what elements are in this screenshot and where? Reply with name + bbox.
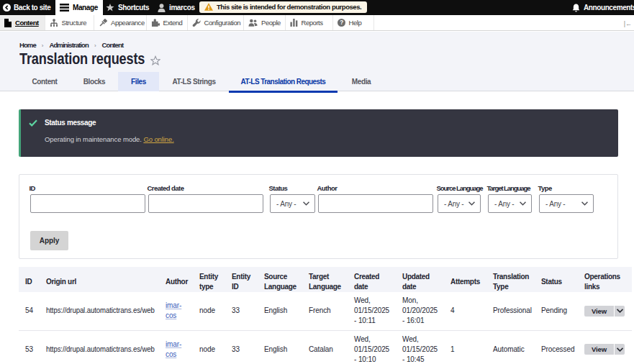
svg-text:?: ? (340, 19, 343, 26)
